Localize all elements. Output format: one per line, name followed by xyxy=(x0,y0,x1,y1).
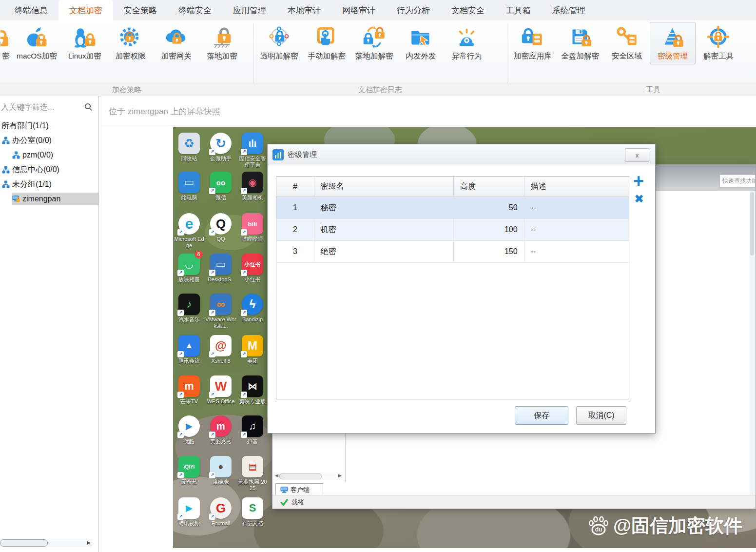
scrollbar-thumb[interactable] xyxy=(0,539,48,547)
desktop-icon[interactable]: ▭↗DesktopS.. xyxy=(205,254,236,283)
column-header-1[interactable]: 密级名 xyxy=(314,177,454,197)
menu-tab-4[interactable]: 终端安全 xyxy=(168,0,222,20)
group-label-tools: 工具 xyxy=(507,83,756,96)
desktop-icon[interactable]: ▶↗优酷 xyxy=(174,415,205,445)
desktop-icon-glyph: ▤ xyxy=(248,461,256,472)
scrollbar-left-arrow[interactable]: ◀ xyxy=(275,473,278,478)
menu-tab-6[interactable]: 本地审计 xyxy=(277,0,331,20)
tree-item-11[interactable]: 未分组(1/1) xyxy=(0,177,98,192)
shortcut-arrow-icon: ↗ xyxy=(209,229,215,236)
desktop-icon[interactable]: ♻回收站 xyxy=(174,133,205,162)
sidebar-horizontal-scrollbar[interactable]: ▶ xyxy=(0,539,93,547)
desktop-icon[interactable]: @↗Xshell 8 xyxy=(205,335,236,364)
panel-horizontal-scrollbar[interactable]: ◀ ▶ xyxy=(274,473,343,480)
menu-tab-2[interactable]: 文档加密 xyxy=(58,0,113,20)
menu-tab-5[interactable]: 应用管理 xyxy=(222,0,277,20)
desktop-icon-label: 腾讯会议 xyxy=(178,358,200,364)
table-row[interactable]: 3绝密150-- xyxy=(276,241,629,263)
desktop-icon[interactable]: S石墨文档 xyxy=(237,497,268,527)
ribbon-item-pyramid[interactable]: 密级管理 xyxy=(650,22,696,64)
desktop-icon[interactable]: ●↗度晓晓 xyxy=(205,456,236,485)
desktop-icon[interactable]: ◡↗8放映相册 xyxy=(174,254,205,283)
tree-item-00[interactable]: 办公室(0/0) xyxy=(0,133,98,148)
tree-item-00[interactable]: 信息中心(0/0) xyxy=(0,162,98,177)
desktop-icon[interactable]: ♪↗汽水音乐 xyxy=(174,294,205,323)
desktop-icon[interactable]: ◉↗美颜相机 xyxy=(237,172,268,201)
ribbon-item-swap[interactable]: 落地加解密 xyxy=(350,22,398,64)
desktop-icon[interactable]: ▭此电脑 xyxy=(174,172,205,201)
desktop-icon[interactable]: iQIYI↗爱奇艺 xyxy=(174,456,205,485)
menu-tab-8[interactable]: 行为分析 xyxy=(386,0,441,20)
sidebar-search[interactable]: 入关键字筛选... xyxy=(0,100,96,115)
column-header-0[interactable]: # xyxy=(276,177,314,197)
desktop-icon[interactable]: W↗WPS Office xyxy=(205,375,236,405)
cancel-button[interactable]: 取消(C) xyxy=(576,406,626,425)
groundlock-icon xyxy=(211,26,233,49)
menu-tab-11[interactable]: 系统管理 xyxy=(542,0,596,20)
desktop-icon[interactable]: ▶↗腾讯视频 xyxy=(174,497,205,527)
ribbon-item-applib[interactable]: 加密应用库 xyxy=(509,22,557,64)
ribbon-item-keybox[interactable]: 安全区域 xyxy=(604,22,650,64)
ribbon-item-target[interactable]: 解密工具 xyxy=(696,22,741,64)
desktop-icon[interactable]: ϟ↗Bandizip xyxy=(237,294,268,323)
ribbon-item-gear[interactable]: 加密权限 xyxy=(108,22,154,64)
desktop-icon[interactable]: ılı↗固信安全管理平台 xyxy=(237,133,268,168)
ribbon-item-disk[interactable]: 全盘加解密 xyxy=(557,22,604,64)
shortcut-arrow-icon: ↗ xyxy=(241,188,247,194)
column-header-2[interactable]: 高度 xyxy=(454,177,524,197)
search-icon[interactable] xyxy=(84,103,93,111)
desktop-icon[interactable]: ▤营业执照 2025 xyxy=(237,456,268,491)
add-level-button[interactable]: + xyxy=(633,172,644,190)
tree-item-pzm00[interactable]: pzm(0/0) xyxy=(0,148,98,162)
menu-tab-3[interactable]: 安全策略 xyxy=(113,0,168,20)
desktop-icon[interactable]: ♫↗抖音 xyxy=(237,415,268,445)
ribbon-item-alarm[interactable]: 异常行为 xyxy=(444,22,490,64)
desktop-icon[interactable]: Q↗QQ xyxy=(205,213,236,242)
tree-item-11[interactable]: 所有部门(1/1) xyxy=(0,118,98,133)
table-row[interactable]: 1秘密50-- xyxy=(276,197,629,219)
desktop-icon[interactable]: ▲↗腾讯会议 xyxy=(174,335,205,364)
desktop-icon[interactable]: ∞↗VMware Workstat.. xyxy=(205,294,236,329)
desktop-icon[interactable]: oo↗微信 xyxy=(205,172,236,201)
desktop-icon-label: 哔哩哔哩 xyxy=(242,236,263,242)
desktop-icon[interactable]: bili↗哔哩哔哩 xyxy=(237,213,268,242)
ribbon-item-orbit[interactable]: 透明加解密 xyxy=(255,22,303,64)
save-button[interactable]: 保存 xyxy=(515,406,568,425)
ribbon-item-label: 解密工具 xyxy=(703,51,734,61)
quick-search-input[interactable]: 快速查找功能 xyxy=(719,175,756,188)
ribbon-item-groundlock[interactable]: 落地加密 xyxy=(199,22,245,64)
desktop-icon[interactable]: m↗芒果TV xyxy=(174,375,205,405)
shortcut-arrow-icon: ↗ xyxy=(241,149,247,155)
tree-item-zimengpan[interactable]: zimengpan xyxy=(0,192,98,206)
scrollbar-right-arrow[interactable]: ▶ xyxy=(87,540,91,545)
desktop-icon[interactable]: e↗Microsoft Edge xyxy=(174,213,205,248)
dialog-title-bar[interactable]: 密级管理 xyxy=(268,144,655,165)
tab-client[interactable]: 客户端 xyxy=(275,483,323,496)
menu-tab-7[interactable]: 网络审计 xyxy=(331,0,386,20)
ribbon-item-linux[interactable]: Linux加密 xyxy=(62,22,108,64)
ribbon-item-apple[interactable]: macOS加密 xyxy=(12,22,62,64)
column-header-3[interactable]: 描述 xyxy=(524,177,629,197)
ribbon-item-folder[interactable]: 内发外发 xyxy=(398,22,444,64)
desktop-icon[interactable]: m↗美图秀秀 xyxy=(205,415,236,445)
desktop-icon[interactable]: G↗Foxmail xyxy=(205,497,236,527)
table-row[interactable]: 2机密100-- xyxy=(276,219,629,241)
dialog-close-button[interactable]: x xyxy=(625,148,649,162)
menu-tab-9[interactable]: 文档安全 xyxy=(441,0,495,20)
delete-level-button[interactable]: ✖ xyxy=(634,193,644,205)
scrollbar-thumb[interactable] xyxy=(750,192,754,256)
scrollbar-right-arrow[interactable]: ▶ xyxy=(338,473,342,478)
menu-tab-10[interactable]: 工具箱 xyxy=(495,0,542,20)
ribbon-item-hand[interactable]: 手动加解密 xyxy=(303,22,351,64)
desktop-icon[interactable]: M↗美团 xyxy=(237,335,268,364)
ribbon-item-label: 加密网关 xyxy=(161,51,192,61)
panel-vertical-scrollbar[interactable] xyxy=(750,191,755,495)
ribbon-item-cutlock[interactable]: 密 xyxy=(0,22,12,64)
ribbon-item-cloud[interactable]: 加密网关 xyxy=(154,22,199,64)
menu-tab-1[interactable]: 终端信息 xyxy=(4,0,58,20)
desktop-icon-glyph: ▭ xyxy=(184,176,194,189)
desktop-icon[interactable]: ⋈↗剪映专业版 xyxy=(237,375,268,405)
desktop-icon[interactable]: ↻↗企微助手 xyxy=(205,133,236,162)
scrollbar-thumb[interactable] xyxy=(279,473,322,479)
desktop-icon[interactable]: 小红书↗小红书 xyxy=(237,254,268,283)
